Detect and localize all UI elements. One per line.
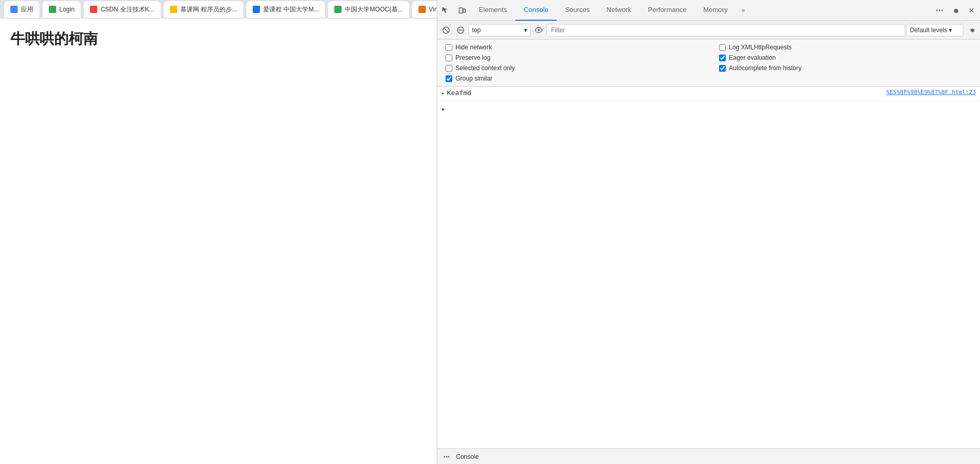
browser-tab-login[interactable]: Login [43,1,81,18]
devtools-options-button[interactable] [932,0,947,21]
hide-network-label[interactable]: Hide network [455,44,492,51]
selected-context-label[interactable]: Selected context only [455,64,515,72]
tab-favicon-icourse [253,6,260,13]
more-tabs-button[interactable]: » [736,0,751,21]
console-log-entry: ▸ Keafmd %E5%8F%98%E9%87%8F.html:23 [437,87,980,101]
browser-tab-app[interactable]: 应用 [4,1,40,18]
svg-line-6 [444,28,448,32]
page-content: 牛哄哄的柯南 [0,19,437,464]
tab-favicon-csdn [90,6,97,13]
device-toolbar-button[interactable] [454,0,471,21]
console-prompt-row: ▸ [437,101,980,116]
hide-network-checkbox[interactable] [446,44,452,51]
log-levels-selector[interactable]: Default levels ▾ [906,24,963,36]
svg-point-11 [446,456,448,457]
console-settings-panel: Hide network Log XMLHttpRequests Preserv… [437,39,980,87]
page-title: 牛哄哄的柯南 [10,29,426,49]
tab-favicon-login [49,6,56,13]
autocomplete-setting: Autocomplete from history [719,64,972,72]
log-xmlhttp-setting: Log XMLHttpRequests [719,44,972,51]
log-xmlhttp-label[interactable]: Log XMLHttpRequests [729,44,792,51]
selected-context-checkbox[interactable] [446,65,452,72]
group-similar-label[interactable]: Group similar [455,75,492,82]
clear-console-button[interactable] [439,23,453,37]
tab-network[interactable]: Network [598,0,640,21]
preserve-log-checkbox[interactable] [446,55,452,61]
tab-favicon-mooc2 [334,6,342,13]
tab-favicon-mooc [170,6,177,13]
autocomplete-checkbox[interactable] [719,65,726,72]
tab-favicon-app [10,6,18,13]
selected-context-setting: Selected context only [446,64,698,72]
svg-rect-0 [459,8,463,13]
console-settings-button[interactable] [964,23,978,37]
eager-eval-checkbox[interactable] [719,55,726,61]
prompt-caret: ▸ [441,105,446,113]
inspect-element-button[interactable] [437,0,454,21]
devtools-settings-button[interactable] [947,0,963,21]
console-filter-input[interactable] [546,24,905,36]
tab-console[interactable]: Console [515,0,557,21]
svg-point-10 [444,456,446,457]
preserve-log-label[interactable]: Preserve log [455,54,490,61]
browser-tab-mooc2[interactable]: 中国大学MOOC(慕... [328,1,409,18]
console-bottombar-label: Console [456,453,479,460]
log-expand-arrow[interactable]: ▸ [441,90,445,97]
eager-eval-label[interactable]: Eager evaluation [729,54,776,61]
svg-point-12 [448,456,450,457]
log-text: Keafmd [447,89,886,97]
block-icon-button[interactable] [454,23,467,37]
tab-favicon-vj [419,6,426,13]
console-output-area: ▸ Keafmd %E5%8F%98%E9%87%8F.html:23 ▸ [437,87,980,448]
context-selector[interactable]: top ▾ [468,24,531,36]
devtools-close-button[interactable]: ✕ [963,0,980,21]
svg-rect-1 [463,9,465,12]
hide-network-setting: Hide network [446,44,698,51]
svg-point-4 [942,9,943,11]
console-secondary-toolbar: top ▾ Default levels ▾ [437,21,980,39]
live-expressions-button[interactable] [532,23,545,37]
log-xmlhttp-checkbox[interactable] [719,44,726,51]
log-source-link[interactable]: %E5%8F%98%E9%87%8F.html:23 [886,89,976,96]
context-dropdown-arrow: ▾ [524,26,527,34]
svg-point-9 [538,29,540,31]
devtools-toolbar: Elements Console Sources Network Perform… [437,0,980,21]
browser-tab-icourse[interactable]: 爱课程 中国大学M... [246,1,325,18]
autocomplete-label[interactable]: Autocomplete from history [729,64,801,72]
console-bottombar: Console [437,448,980,464]
preserve-log-setting: Preserve log [446,54,698,61]
devtools-panel: Elements Console Sources Network Perform… [437,0,980,464]
tab-memory[interactable]: Memory [695,0,736,21]
tab-sources[interactable]: Sources [557,0,598,21]
group-similar-checkbox[interactable] [446,75,452,82]
browser-tab-mooc[interactable]: 慕课网 程序员的步... [164,1,243,18]
tab-elements[interactable]: Elements [471,0,515,21]
browser-tab-csdn[interactable]: CSDN 全注技术K... [84,1,160,18]
svg-point-2 [936,9,938,11]
group-similar-setting: Group similar [446,75,698,82]
tab-performance[interactable]: Performance [639,0,695,21]
svg-point-3 [939,9,940,11]
bottombar-menu-icon[interactable] [441,452,452,462]
eager-eval-setting: Eager evaluation [719,54,972,61]
